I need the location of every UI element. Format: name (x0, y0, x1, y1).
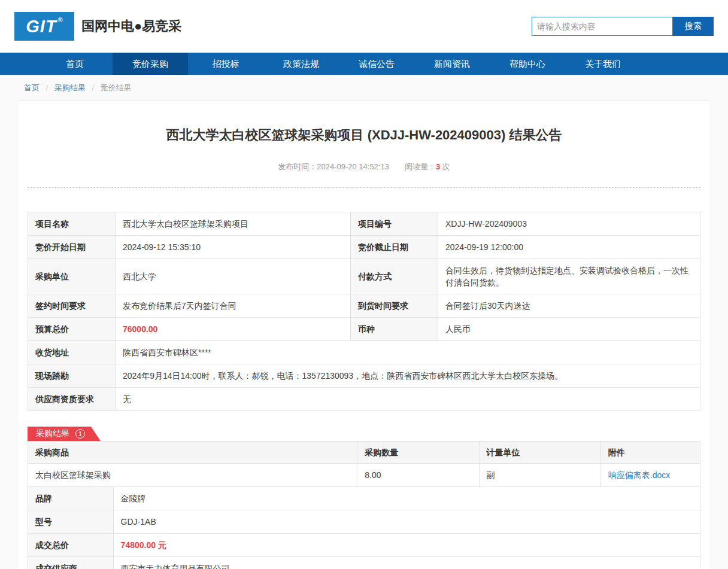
field-label: 成交总价 (28, 534, 114, 557)
search-box: 搜索 (532, 17, 714, 36)
row-supplier-qualification: 供应商资质要求 无 (28, 388, 700, 411)
nav-item-home[interactable]: 首页 (37, 53, 113, 75)
nav-item-policies[interactable]: 政策法规 (263, 53, 339, 75)
top-header: GIT ® 国网中电●易竞采 搜索 (0, 0, 728, 53)
row-purchaser-payment: 采购单位 西北大学 付款方式 合同生效后，待货物到达指定地点、安装调试验收合格后… (28, 259, 700, 294)
field-label: 签约时间要求 (28, 294, 116, 318)
field-label: 预算总价 (28, 318, 116, 341)
registered-trademark-icon: ® (58, 16, 63, 23)
field-value: 人民币 (438, 318, 700, 341)
row-bidding-dates: 竞价开始日期 2024-09-12 15:35:10 竞价截止日期 2024-0… (28, 236, 700, 259)
breadcrumb-separator: / (46, 83, 48, 92)
field-label: 品牌 (28, 487, 114, 510)
nav-item-tendering[interactable]: 招投标 (188, 53, 263, 75)
site-brand-title: 国网中电●易竞采 (81, 17, 181, 35)
field-value: GDJ-1AB (113, 510, 700, 534)
search-button[interactable]: 搜索 (673, 17, 714, 36)
row-brand: 品牌 金陵牌 (28, 487, 700, 510)
field-value: 发布竞价结果后7天内签订合同 (115, 294, 350, 318)
dashed-divider (28, 187, 700, 188)
attachment-link[interactable]: 响应偏离表.docx (608, 470, 670, 480)
column-header: 采购数量 (357, 442, 479, 464)
field-value: 2024-09-12 15:35:10 (115, 236, 350, 259)
field-label: 供应商资质要求 (28, 388, 116, 411)
row-signing-delivery: 签约时间要求 发布竞价结果后7天内签订合同 到货时间要求 合同签订后30天内送达 (28, 294, 700, 318)
item-unit: 副 (479, 464, 600, 487)
field-label: 到货时间要求 (351, 294, 438, 318)
field-value: 陕西省西安市碑林区**** (115, 341, 700, 364)
logo-text: GIT (26, 17, 56, 36)
field-label: 型号 (28, 510, 114, 534)
publish-time-label: 发布时间： (278, 162, 317, 171)
row-deal-total-price: 成交总价 74800.00 元 (28, 534, 700, 557)
result-item-row: 太白校区篮球架采购 8.00 副 响应偏离表.docx (28, 464, 700, 487)
views-count: 3 (436, 162, 440, 171)
field-value: 西北大学 (115, 259, 350, 294)
breadcrumb-separator: / (92, 83, 95, 92)
breadcrumb-home[interactable]: 首页 (24, 83, 40, 92)
field-label: 付款方式 (351, 259, 438, 294)
budget-total-value: 76000.00 (115, 318, 350, 341)
views-unit: 次 (442, 162, 450, 171)
field-value: 2024年9月14日14:00时，联系人：郝锐，电话：13572130093，地… (115, 364, 700, 388)
page-title: 西北大学太白校区篮球架采购项目 (XDJJ-HW-202409003) 结果公告 (28, 101, 700, 144)
field-value: 合同签订后30天内送达 (438, 294, 700, 318)
column-header: 采购商品 (28, 442, 357, 464)
nav-item-help-center[interactable]: 帮助中心 (490, 53, 565, 75)
field-value: 无 (115, 388, 700, 411)
nav-item-about-us[interactable]: 关于我们 (565, 53, 641, 75)
field-label: 竞价截止日期 (351, 236, 438, 259)
deal-total-price-value: 74800.00 元 (113, 534, 700, 557)
field-label: 采购单位 (28, 259, 116, 294)
field-label: 币种 (351, 318, 438, 341)
breadcrumb-procurement-results[interactable]: 采购结果 (54, 83, 86, 92)
field-label: 成交供应商 (28, 557, 114, 569)
field-value: 2024-09-19 12:00:00 (438, 236, 700, 259)
site-logo[interactable]: GIT ® (14, 12, 74, 41)
result-header-row: 采购商品 采购数量 计量单位 附件 (28, 442, 700, 464)
main-nav: 首页 竞价采购 招投标 政策法规 诚信公告 新闻资讯 帮助中心 关于我们 (0, 53, 728, 75)
field-label: 现场踏勘 (28, 364, 116, 388)
column-header: 计量单位 (479, 442, 600, 464)
row-project-name-number: 项目名称 西北大学太白校区篮球架采购项目 项目编号 XDJJ-HW-202409… (28, 212, 700, 236)
row-delivery-address: 收货地址 陕西省西安市碑林区**** (28, 341, 700, 364)
project-info-table: 项目名称 西北大学太白校区篮球架采购项目 项目编号 XDJJ-HW-202409… (28, 212, 700, 411)
field-label: 收货地址 (28, 341, 116, 364)
article-meta: 发布时间：2024-09-20 14:52:13阅读量：3 次 (28, 162, 700, 172)
badge-label: 采购结果 (36, 428, 69, 439)
field-value: XDJJ-HW-202409003 (438, 212, 700, 236)
breadcrumb: 首页 / 采购结果 / 竞价结果 (0, 75, 728, 101)
item-quantity: 8.00 (357, 464, 479, 487)
row-model: 型号 GDJ-1AB (28, 510, 700, 534)
nav-item-integrity-notice[interactable]: 诚信公告 (339, 53, 414, 75)
row-budget-currency: 预算总价 76000.00 币种 人民币 (28, 318, 700, 341)
row-site-survey: 现场踏勘 2024年9月14日14:00时，联系人：郝锐，电话：13572130… (28, 364, 700, 388)
field-value: 金陵牌 (113, 487, 700, 510)
field-label: 项目名称 (28, 212, 116, 236)
field-value: 合同生效后，待货物到达指定地点、安装调试验收合格后，一次性付清合同货款。 (438, 259, 700, 294)
breadcrumb-current: 竞价结果 (101, 83, 132, 92)
search-input[interactable] (532, 17, 673, 36)
row-winning-supplier: 成交供应商 西安市天力体育用品有限公司 (28, 557, 700, 569)
field-value: 西北大学太白校区篮球架采购项目 (115, 212, 350, 236)
views-label: 阅读量： (405, 162, 436, 171)
badge-count: 1 (75, 429, 85, 439)
nav-item-news[interactable]: 新闻资讯 (414, 53, 490, 75)
item-name: 太白校区篮球架采购 (28, 464, 357, 487)
procurement-result-badge: 采购结果 1 (28, 427, 101, 441)
nav-item-bidding-procurement[interactable]: 竞价采购 (113, 53, 188, 75)
content-card: 西北大学太白校区篮球架采购项目 (XDJJ-HW-202409003) 结果公告… (17, 101, 711, 569)
procurement-result-table: 采购商品 采购数量 计量单位 附件 太白校区篮球架采购 8.00 副 响应偏离表… (28, 441, 700, 569)
publish-time-value: 2024-09-20 14:52:13 (317, 162, 389, 171)
column-header: 附件 (600, 442, 700, 464)
field-label: 项目编号 (351, 212, 438, 236)
field-value: 西安市天力体育用品有限公司 (113, 557, 700, 569)
field-label: 竞价开始日期 (28, 236, 116, 259)
